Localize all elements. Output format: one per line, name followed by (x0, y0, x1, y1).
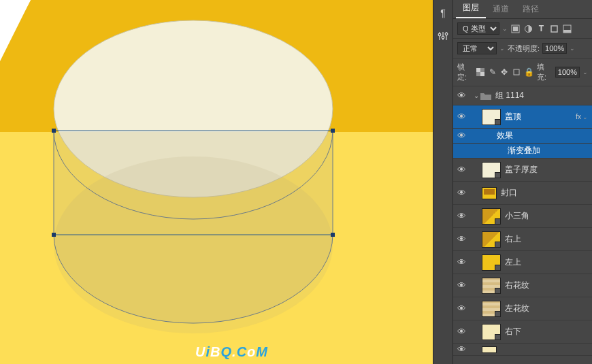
svg-rect-11 (331, 129, 335, 133)
canvas-area[interactable]: UiBQ.CoM (0, 0, 433, 364)
tab-paths[interactable]: 路径 (516, 0, 546, 18)
filter-kind-select[interactable]: Q 类型 (457, 22, 499, 35)
layer-name[interactable]: 封口 (498, 187, 588, 199)
layer-name[interactable]: 左花纹 (502, 303, 588, 314)
svg-rect-27 (476, 68, 480, 72)
layer-thumbnail[interactable] (482, 301, 501, 317)
visibility-eye-icon[interactable]: 👁 (453, 188, 470, 198)
layer-thumbnail[interactable] (482, 109, 501, 125)
lock-brush-icon[interactable]: ✎ (488, 67, 497, 78)
layer-thumbnail[interactable] (482, 187, 497, 199)
fill-label: 填充: (537, 62, 553, 82)
layer-thumbnail[interactable] (482, 278, 501, 294)
lock-artboard-icon[interactable] (512, 67, 521, 78)
layer-effects-row[interactable]: 👁 效果 (453, 129, 592, 144)
svg-rect-21 (513, 27, 518, 31)
layer-row[interactable]: 👁 封口 (453, 182, 592, 205)
layer-row[interactable]: 👁 左花纹 (453, 297, 592, 320)
svg-rect-10 (52, 129, 56, 133)
layers-panel: 图层 通道 路径 Q 类型 ⌄ T 正常 ⌄ 不透明度: 100% ⌄ 锁定: … (453, 0, 592, 364)
svg-rect-28 (480, 72, 484, 76)
visibility-eye-icon[interactable]: 👁 (453, 303, 470, 314)
visibility-eye-icon[interactable]: 👁 (453, 234, 470, 244)
collapsed-toolbar: ¶ (433, 0, 453, 364)
svg-rect-25 (563, 30, 571, 33)
visibility-eye-icon[interactable]: 👁 (453, 131, 470, 141)
svg-point-5 (54, 156, 333, 333)
svg-rect-29 (514, 69, 519, 75)
filter-smart-icon[interactable] (562, 24, 572, 34)
svg-point-17 (442, 36, 444, 39)
layer-effect-item[interactable]: 👁 渐变叠加 (453, 144, 592, 159)
svg-point-15 (438, 33, 441, 36)
layer-row-partial[interactable]: 👁 (453, 344, 592, 356)
layer-thumbnail[interactable] (482, 346, 497, 353)
filter-shape-icon[interactable] (549, 24, 559, 34)
svg-rect-12 (52, 233, 56, 237)
layer-row[interactable]: 👁 右花纹 (453, 274, 592, 297)
filter-adjust-icon[interactable] (523, 24, 533, 34)
lock-row: 锁定: ✎ ✥ 🔒 填充: 100% ⌄ (453, 59, 592, 86)
visibility-eye-icon[interactable]: 👁 (453, 344, 470, 354)
visibility-eye-icon[interactable]: 👁 (453, 165, 470, 175)
svg-rect-23 (551, 26, 557, 32)
tab-layers[interactable]: 图层 (456, 0, 486, 18)
chevron-down-icon: ⌄ (502, 25, 508, 32)
layer-row[interactable]: 👁 右上 (453, 228, 592, 251)
adjustments-icon[interactable] (437, 30, 449, 42)
fill-value[interactable]: 100% (555, 67, 580, 78)
visibility-eye-icon[interactable]: 👁 (453, 257, 470, 267)
layer-name[interactable]: 右花纹 (502, 280, 588, 291)
filter-type-icon[interactable]: T (536, 24, 546, 34)
layer-name[interactable]: 小三角 (502, 210, 588, 222)
layer-name[interactable]: 左上 (502, 257, 588, 268)
blend-mode-row: 正常 ⌄ 不透明度: 100% ⌄ (453, 39, 592, 59)
layer-filter-row: Q 类型 ⌄ T (453, 19, 592, 39)
lock-all-icon[interactable]: 🔒 (524, 67, 534, 78)
effects-label: 效果 (494, 130, 588, 142)
tab-channels[interactable]: 通道 (486, 0, 516, 18)
panel-tabs: 图层 通道 路径 (453, 0, 592, 19)
layer-name[interactable]: 右上 (502, 233, 588, 245)
visibility-eye-icon[interactable]: 👁 (453, 211, 470, 221)
layer-row[interactable]: 👁 左上 (453, 251, 592, 274)
opacity-label: 不透明度: (508, 44, 540, 54)
effect-name: 渐变叠加 (505, 145, 588, 156)
visibility-eye-icon[interactable]: 👁 (453, 112, 470, 122)
opacity-value[interactable]: 100% (542, 43, 567, 54)
layer-row[interactable]: 👁 右下 (453, 320, 592, 344)
watermark: UiBQ.CoM (195, 344, 268, 360)
layer-thumbnail[interactable] (482, 208, 501, 225)
visibility-eye-icon[interactable]: 👁 (453, 90, 470, 101)
layer-name[interactable]: 盖顶 (502, 111, 574, 122)
chevron-down-icon: ⌄ (499, 45, 505, 52)
layer-thumbnail[interactable] (482, 162, 501, 178)
twisty-open-icon[interactable]: ⌄ (472, 92, 480, 99)
folder-icon (480, 91, 493, 101)
layer-row[interactable]: 👁 盖顶 fx ⌄ (453, 105, 592, 129)
visibility-eye-icon[interactable]: 👁 (453, 280, 470, 291)
lock-label: 锁定: (457, 62, 473, 82)
lock-position-icon[interactable]: ✥ (499, 67, 509, 78)
fx-badge[interactable]: fx (574, 113, 582, 120)
chevron-down-icon[interactable]: ⌄ (582, 114, 588, 120)
layer-group[interactable]: 👁 ⌄ 组 1114 (453, 86, 592, 105)
layer-thumbnail[interactable] (482, 324, 501, 340)
filter-pixel-icon[interactable] (510, 24, 521, 34)
svg-rect-13 (331, 233, 335, 237)
svg-point-19 (445, 33, 448, 35)
blend-mode-select[interactable]: 正常 (457, 42, 497, 54)
layer-thumbnail[interactable] (482, 231, 501, 248)
visibility-eye-icon[interactable]: 👁 (453, 327, 470, 337)
lock-transparency-icon[interactable] (476, 67, 485, 78)
chevron-down-icon: ⌄ (582, 69, 588, 76)
layer-name[interactable]: 右下 (502, 326, 588, 337)
layer-row[interactable]: 👁 盖子厚度 (453, 159, 592, 182)
chevron-down-icon: ⌄ (570, 45, 575, 52)
layer-name[interactable]: 盖子厚度 (502, 164, 588, 176)
layers-list: 👁 ⌄ 组 1114 👁 盖顶 fx ⌄ 👁 效果 👁 渐变叠加 👁 (453, 86, 592, 364)
layer-thumbnail[interactable] (482, 254, 501, 271)
paragraph-icon[interactable]: ¶ (437, 7, 449, 19)
layer-name[interactable]: 组 1114 (493, 90, 588, 101)
layer-row[interactable]: 👁 小三角 (453, 205, 592, 228)
